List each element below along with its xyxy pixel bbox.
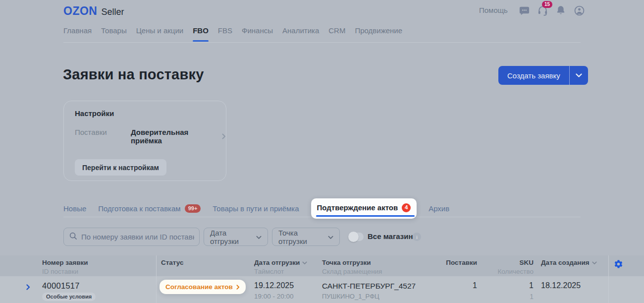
page-title: Заявки на поставку [63,66,204,83]
row-quantity: 1 [481,293,534,301]
header-sku[interactable]: SKU Количество [481,259,534,275]
ship-point-filter-dropdown[interactable]: Точка отгрузки [272,228,340,246]
chevron-right-icon [222,132,226,141]
create-request-button[interactable]: Создать заявку [498,66,569,85]
row-sku-count: 1 [481,281,534,290]
nav-item-fbo[interactable]: FBO [193,26,209,42]
active-tab-underline [316,215,415,217]
settings-row-value-link[interactable]: Доверительная приёмка [131,128,226,145]
header-ship-date[interactable]: Дата отгрузки Таймслот [254,259,307,275]
tab-label: Товары в пути и приёмка [213,204,299,213]
tab-count-badge: 4 [402,203,411,212]
row-created-date: 18.12.2025 [541,281,581,290]
bell-icon[interactable] [555,4,567,16]
logo-ozon-text: OZON [63,4,97,18]
search-icon [69,232,77,242]
chat-icon[interactable] [518,4,530,16]
tab-arkhiv[interactable]: Архив [429,204,449,213]
ozon-seller-page: OZON Seller Помощь 15 Главная Товары Цен… [0,0,644,303]
settings-card: Настройки Поставки Доверительная приёмка… [63,101,226,181]
nav-item-glavnaya[interactable]: Главная [63,26,92,42]
header-label: Дата создания [541,259,590,266]
profile-icon[interactable] [573,4,585,16]
tab-novye[interactable]: Новые [63,204,86,213]
tab-podtverzhdenie-aktov[interactable]: Подтверждение актов 4 [311,198,417,219]
sort-chevron-down-icon[interactable] [302,259,307,266]
row-ship-date: 19.12.2025 [254,281,294,290]
chevron-down-icon [256,233,262,241]
settings-row-value-text: Доверительная приёмка [131,128,218,145]
special-conditions-badge: Особые условия [42,293,96,301]
settings-row-label: Поставки [75,128,107,136]
create-request-split-button: Создать заявку [498,66,588,85]
header-label: Дата отгрузки [254,259,300,266]
header-icons: 15 [518,4,585,16]
search-input[interactable] [81,233,194,241]
table-settings-gear-icon[interactable] [614,259,623,269]
supply-tabs: Новые Подготовка к поставкам 99+ Товары … [63,198,449,219]
nav-item-tseny-i-aktsii[interactable]: Цены и акции [136,26,183,42]
info-icon[interactable]: i [413,233,421,241]
all-stores-label: Все магазины [368,232,419,241]
tab-label: Архив [429,204,449,213]
nav-item-crm[interactable]: CRM [328,26,345,42]
chevron-right-icon [236,283,240,292]
header-status[interactable]: Статус [161,259,184,266]
header-supplies[interactable]: Поставки [431,259,477,266]
header-number[interactable]: Номер заявки ID поставки [42,259,88,275]
header-ship-point[interactable]: Точка отгрузки Склад размещения [322,259,382,275]
tab-label: Новые [63,204,86,213]
row-expand-chevron-icon[interactable] [26,283,31,292]
ozon-seller-logo[interactable]: OZON Seller [63,4,124,18]
column-divider [608,255,609,303]
filter-label: Дата отгрузки [210,229,251,245]
settings-card-title: Настройки [75,109,114,118]
sort-chevron-down-icon[interactable] [592,259,597,266]
chevron-down-icon [576,71,582,80]
header-created[interactable]: Дата создания [541,259,597,266]
ship-date-filter-dropdown[interactable]: Дата отгрузки [204,228,268,246]
nav-item-tovary[interactable]: Товары [101,26,127,42]
tab-tovary-v-puti[interactable]: Товары в пути и приёмка [213,204,299,213]
go-to-settings-button[interactable]: Перейти к настройкам [75,159,166,176]
row-supplies-count: 1 [431,281,477,290]
support-headset-icon[interactable]: 15 [537,4,548,16]
all-stores-toggle[interactable] [349,233,364,241]
nav-item-finansy[interactable]: Финансы [242,26,273,42]
row-ship-point: САНКТ-ПЕТЕРБУРГ_4527 [322,282,416,291]
create-request-dropdown-button[interactable] [570,66,588,85]
row-timeslot: 19:00 - 20:00 [254,293,294,300]
row-warehouse: ПУШКИНО_1_РФЦ [322,293,379,300]
column-divider [156,255,157,303]
main-nav: Главная Товары Цены и акции FBO FBS Фина… [63,26,402,42]
nav-divider [63,42,581,43]
nav-item-prodvizhenie[interactable]: Продвижение [355,26,402,42]
tab-podgotovka[interactable]: Подготовка к поставкам 99+ [98,204,201,213]
help-link[interactable]: Помощь [479,6,508,14]
tab-count-badge: 99+ [185,204,201,213]
row-request-number[interactable]: 40001517 [42,281,80,291]
notification-count-badge: 15 [542,1,552,8]
logo-seller-text: Seller [101,7,124,17]
nav-item-analitika[interactable]: Аналитика [282,26,319,42]
nav-item-fbs[interactable]: FBS [218,26,232,42]
chevron-down-icon [328,233,333,241]
toggle-knob [348,232,359,242]
status-link[interactable]: Согласование актов [160,280,246,294]
tab-label: Подтверждение актов [317,203,398,212]
filter-label: Точка отгрузки [278,229,323,245]
search-box [63,228,200,246]
status-text: Согласование актов [165,283,233,291]
tab-label: Подготовка к поставкам [98,204,180,213]
